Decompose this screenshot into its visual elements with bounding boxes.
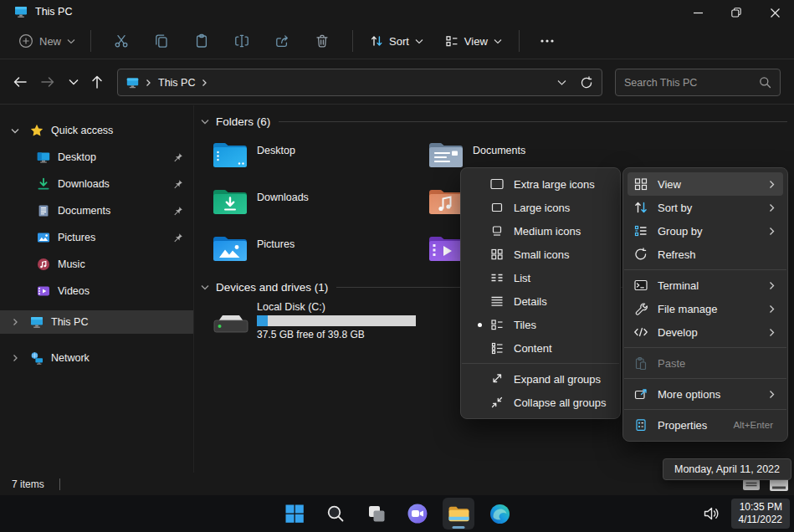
large-icon <box>489 200 505 215</box>
submenu-item-extra-large-icons[interactable]: Extra large icons <box>465 172 616 196</box>
task-view-button[interactable] <box>361 498 392 529</box>
submenu-item-collapse-all-groups[interactable]: Collapse all groups <box>465 391 616 414</box>
sidebar-item-downloads[interactable]: Downloads <box>0 172 193 196</box>
search-icon[interactable] <box>759 76 771 89</box>
sort-arrows-icon <box>633 200 649 215</box>
forward-button[interactable] <box>35 69 60 95</box>
recent-locations-button[interactable] <box>61 69 86 95</box>
context-menu-item-view[interactable]: View <box>628 172 783 196</box>
up-button[interactable] <box>85 69 110 95</box>
sidebar-item-this-pc[interactable]: This PC <box>0 310 193 334</box>
context-menu-item-file-manage[interactable]: File manage <box>628 297 783 320</box>
small-icons-grid-icon <box>489 247 505 262</box>
context-menu-item-group-by[interactable]: Group by <box>628 219 783 243</box>
context-menu-item-sort-by[interactable]: Sort by <box>628 196 783 219</box>
window-controls <box>679 0 794 25</box>
refresh-icon[interactable] <box>580 76 593 90</box>
back-button[interactable] <box>8 69 33 95</box>
context-menu-item-refresh[interactable]: Refresh <box>628 243 783 266</box>
chevron-expanded-icon[interactable] <box>198 284 212 290</box>
view-grid-icon <box>633 176 649 192</box>
pin-icon <box>172 206 183 217</box>
menu-separator <box>624 409 786 410</box>
details-icon <box>489 294 505 309</box>
sort-arrows-icon <box>370 34 383 48</box>
sidebar-item-desktop[interactable]: Desktop <box>0 146 193 169</box>
drive-name: Local Disk (C:) <box>257 301 417 313</box>
terminal-icon <box>633 278 649 293</box>
rename-button[interactable] <box>225 28 259 54</box>
window-title: This PC <box>35 6 72 18</box>
submenu-item-content[interactable]: Content <box>465 336 616 360</box>
sidebar-item-quick-access[interactable]: Quick access <box>0 119 193 142</box>
context-menu-item-terminal[interactable]: Terminal <box>628 274 783 297</box>
folder-tile-desktop[interactable]: Desktop <box>212 137 417 177</box>
drive-tile-local-disk[interactable]: Local Disk (C:) 37.5 GB free of 39.8 GB <box>212 301 446 340</box>
sidebar-item-pictures[interactable]: Pictures <box>0 226 193 249</box>
paste-button[interactable] <box>185 28 218 54</box>
chevron-collapsed-icon[interactable] <box>5 354 25 362</box>
toolbar-divider <box>519 30 520 52</box>
clock-date: 4/11/2022 <box>739 514 783 526</box>
sort-button[interactable]: Sort <box>363 28 430 54</box>
volume-icon[interactable] <box>702 504 722 524</box>
music-icon <box>37 258 50 271</box>
breadcrumb: This PC <box>126 77 207 89</box>
folder-tile-downloads[interactable]: Downloads <box>212 184 417 224</box>
address-bar[interactable]: This PC <box>117 69 602 96</box>
submenu-item-small-icons[interactable]: Small icons <box>465 243 616 266</box>
new-button[interactable]: New <box>13 28 80 54</box>
expand-groups-icon <box>489 371 505 386</box>
view-button[interactable]: View <box>438 28 509 54</box>
submenu-item-expand-all-groups[interactable]: Expand all groups <box>465 367 616 391</box>
rename-icon <box>233 33 250 49</box>
items-count: 7 items <box>12 478 44 490</box>
submenu-item-medium-icons[interactable]: Medium icons <box>465 219 616 243</box>
submenu-item-details[interactable]: Details <box>465 289 616 313</box>
share-button[interactable] <box>265 28 299 54</box>
chevron-expanded-icon[interactable] <box>5 128 25 134</box>
context-menu-item-properties[interactable]: Properties Alt+Enter <box>628 413 783 437</box>
close-button[interactable] <box>756 0 794 25</box>
context-menu-item-more-options[interactable]: More options <box>628 382 783 406</box>
copy-button[interactable] <box>145 28 178 54</box>
sidebar-item-music[interactable]: Music <box>0 253 193 276</box>
refresh-icon <box>633 247 649 262</box>
submenu-item-tiles[interactable]: Tiles <box>465 313 616 336</box>
search-input[interactable] <box>624 77 759 89</box>
cut-button[interactable] <box>105 28 138 54</box>
taskbar-clock[interactable]: 10:35 PM 4/11/2022 <box>731 499 791 529</box>
chevron-collapsed-icon[interactable] <box>5 318 25 326</box>
submenu-item-list[interactable]: List <box>465 266 616 289</box>
group-by-icon <box>633 223 649 238</box>
chat-button[interactable] <box>402 498 433 529</box>
breadcrumb-location[interactable]: This PC <box>158 77 195 89</box>
minimize-button[interactable] <box>679 0 717 25</box>
sidebar-item-documents[interactable]: Documents <box>0 199 193 223</box>
tile-label: Desktop <box>257 145 295 177</box>
this-pc-monitor-icon <box>30 315 44 329</box>
start-button[interactable] <box>279 498 310 529</box>
chevron-down-icon <box>494 38 502 44</box>
taskbar-search-button[interactable] <box>320 498 351 529</box>
chevron-expanded-icon[interactable] <box>198 119 212 125</box>
sort-button-label: Sort <box>389 35 409 48</box>
collapse-groups-icon <box>489 395 505 410</box>
chevron-right-icon[interactable] <box>202 79 207 87</box>
submenu-item-large-icons[interactable]: Large icons <box>465 196 616 219</box>
chevron-down-icon <box>415 38 423 44</box>
context-menu-item-develop[interactable]: Develop <box>628 320 783 344</box>
sidebar-item-network[interactable]: Network <box>0 346 193 370</box>
address-row: This PC <box>0 60 794 105</box>
file-explorer-button[interactable] <box>443 498 474 529</box>
address-dropdown-chevron[interactable] <box>557 79 566 86</box>
edge-button[interactable] <box>484 498 515 529</box>
more-commands-button[interactable] <box>533 28 561 54</box>
view-submenu: Extra large icons Large icons Medium ico… <box>460 167 621 419</box>
folder-tile-pictures[interactable]: Pictures <box>212 231 417 271</box>
folders-group-header[interactable]: Folders (6) <box>198 115 787 128</box>
restore-button[interactable] <box>717 0 756 25</box>
sidebar-item-videos[interactable]: Videos <box>0 279 193 303</box>
document-icon <box>37 204 50 217</box>
delete-button[interactable] <box>305 28 339 54</box>
